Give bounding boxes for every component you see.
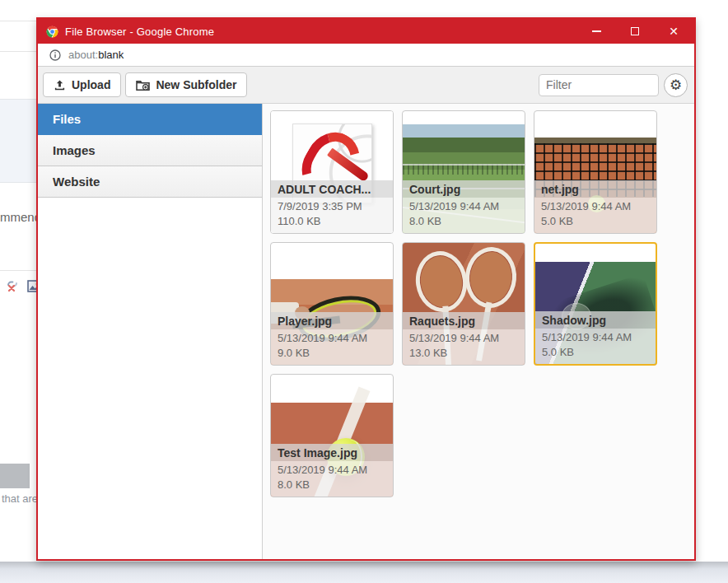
file-date: 5/13/2019 9:44 AM xyxy=(542,330,649,345)
file-date: 7/9/2019 3:35 PM xyxy=(278,199,386,214)
file-date: 5/13/2019 9:44 AM xyxy=(409,331,518,346)
file-size: 8.0 KB xyxy=(278,478,386,492)
file-date: 5/13/2019 9:44 AM xyxy=(409,199,518,214)
background-divider xyxy=(0,51,36,52)
screen: mmend that are xyxy=(0,0,728,583)
sidebar-item-files[interactable]: Files xyxy=(38,104,262,135)
file-date: 5/13/2019 9:44 AM xyxy=(541,199,650,214)
file-card-footer: net.jpg 5/13/2019 9:44 AM 5.0 KB xyxy=(534,180,656,233)
minimize-icon xyxy=(592,30,601,32)
file-name: Court.jpg xyxy=(403,180,525,198)
broken-link-icon xyxy=(5,278,20,296)
settings-button[interactable]: ⚙ xyxy=(664,73,688,97)
file-meta: 5/13/2019 9:44 AM 13.0 KB xyxy=(403,329,525,365)
url-text: about:blank xyxy=(68,49,124,61)
file-card[interactable]: Player.jpg 5/13/2019 9:44 AM 9.0 KB xyxy=(270,242,394,366)
sidebar-item-website[interactable]: Website xyxy=(38,166,262,198)
filter-input[interactable] xyxy=(539,74,659,96)
sidebar-item-label: Website xyxy=(53,175,100,189)
close-icon: ✕ xyxy=(669,26,679,37)
file-size: 5.0 KB xyxy=(541,214,650,229)
url-path: blank xyxy=(98,49,124,61)
title-bar: File Browser - Google Chrome ✕ xyxy=(38,19,694,44)
background-divider xyxy=(0,21,36,21)
sidebar-item-label: Files xyxy=(53,112,81,126)
thumbnail-layer xyxy=(403,164,525,175)
upload-icon xyxy=(54,79,66,91)
gear-icon: ⚙ xyxy=(670,78,682,92)
file-meta: 5/13/2019 9:44 AM 8.0 KB xyxy=(271,461,393,497)
maximize-icon xyxy=(631,27,639,35)
file-card[interactable]: net.jpg 5/13/2019 9:44 AM 5.0 KB xyxy=(534,110,657,234)
file-size: 9.0 KB xyxy=(278,346,386,361)
background-panel xyxy=(0,99,36,183)
window-title: File Browser - Google Chrome xyxy=(65,26,214,38)
main-area: Files Images Website ADULT COACH... 7/9/… xyxy=(38,104,694,559)
window-controls: ✕ xyxy=(570,21,686,41)
file-card[interactable]: Test Image.jpg 5/13/2019 9:44 AM 8.0 KB xyxy=(270,374,394,497)
maximize-button[interactable] xyxy=(623,21,647,41)
new-subfolder-button-label: New Subfolder xyxy=(156,78,236,91)
file-name: Player.jpg xyxy=(271,312,393,329)
file-name: Test Image.jpg xyxy=(271,444,393,461)
file-name: ADULT COACH... xyxy=(271,180,393,198)
file-card[interactable]: ADULT COACH... 7/9/2019 3:35 PM 110.0 KB xyxy=(270,110,394,234)
file-grid: ADULT COACH... 7/9/2019 3:35 PM 110.0 KB… xyxy=(263,104,694,559)
file-meta: 5/13/2019 9:44 AM 5.0 KB xyxy=(535,329,656,364)
file-card[interactable]: Court.jpg 5/13/2019 9:44 AM 8.0 KB xyxy=(402,110,525,234)
file-browser-window: File Browser - Google Chrome ✕ about:bla… xyxy=(36,17,696,561)
file-size: 5.0 KB xyxy=(542,345,649,360)
thumbnail-layer xyxy=(412,248,471,315)
toolbar: Upload New Subfolder ⚙ xyxy=(38,67,694,104)
minimize-button[interactable] xyxy=(584,21,609,41)
file-meta: 7/9/2019 3:35 PM 110.0 KB xyxy=(271,198,393,233)
file-card[interactable]: Raquets.jpg 5/13/2019 9:44 AM 13.0 KB xyxy=(402,242,525,366)
upload-button-label: Upload xyxy=(72,78,110,91)
file-date: 5/13/2019 9:44 AM xyxy=(278,331,386,346)
file-name: Raquets.jpg xyxy=(403,312,525,329)
thumbnail-layer xyxy=(463,245,519,310)
file-card-footer: Player.jpg 5/13/2019 9:44 AM 9.0 KB xyxy=(271,312,393,365)
file-meta: 5/13/2019 9:44 AM 5.0 KB xyxy=(534,198,656,233)
close-button[interactable]: ✕ xyxy=(661,21,686,41)
background-text-fragment: that are xyxy=(2,492,38,505)
background-divider xyxy=(0,270,36,271)
sidebar-item-label: Images xyxy=(53,143,96,157)
new-subfolder-button[interactable]: New Subfolder xyxy=(125,72,247,97)
file-name: net.jpg xyxy=(534,180,656,198)
file-size: 110.0 KB xyxy=(278,214,386,229)
background-footer-strip xyxy=(0,562,728,583)
background-text-fragment: mmend xyxy=(0,210,41,224)
file-meta: 5/13/2019 9:44 AM 9.0 KB xyxy=(271,329,393,365)
page-info-icon[interactable] xyxy=(49,49,61,61)
file-name: Shadow.jpg xyxy=(535,311,656,329)
sidebar: Files Images Website xyxy=(38,104,263,559)
new-folder-icon xyxy=(136,79,150,91)
background-block xyxy=(0,464,30,488)
file-card-footer: Shadow.jpg 5/13/2019 9:44 AM 5.0 KB xyxy=(535,311,656,364)
file-card-footer: ADULT COACH... 7/9/2019 3:35 PM 110.0 KB xyxy=(271,180,393,233)
file-card[interactable]: Shadow.jpg 5/13/2019 9:44 AM 5.0 KB xyxy=(534,242,657,366)
chrome-icon xyxy=(46,26,58,38)
file-card-footer: Raquets.jpg 5/13/2019 9:44 AM 13.0 KB xyxy=(403,312,525,365)
file-size: 8.0 KB xyxy=(409,214,518,229)
upload-button[interactable]: Upload xyxy=(43,72,121,97)
file-card-footer: Court.jpg 5/13/2019 9:44 AM 8.0 KB xyxy=(403,180,525,233)
file-date: 5/13/2019 9:44 AM xyxy=(278,463,386,478)
file-card-footer: Test Image.jpg 5/13/2019 9:44 AM 8.0 KB xyxy=(271,444,393,497)
address-bar: about:blank xyxy=(38,44,694,67)
sidebar-item-images[interactable]: Images xyxy=(38,135,262,166)
file-meta: 5/13/2019 9:44 AM 8.0 KB xyxy=(403,198,525,233)
url-scheme: about: xyxy=(68,49,98,61)
file-size: 13.0 KB xyxy=(409,346,518,361)
